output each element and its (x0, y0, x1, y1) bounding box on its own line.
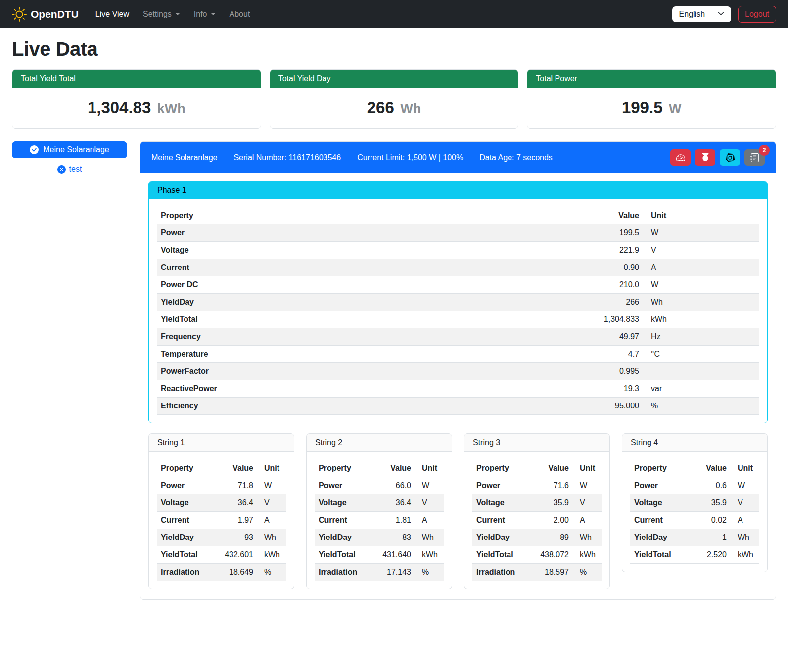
value-cell: 19.3 (584, 380, 643, 398)
unit-cell: % (415, 564, 444, 581)
card-title: Total Power (527, 70, 776, 88)
language-select[interactable]: English (672, 6, 731, 22)
string-4-table: Property Value Unit Power0.6WVoltage35.9… (630, 460, 759, 564)
inverter-card-body: Phase 1 Property Value Unit Power199.5WV… (140, 173, 776, 599)
table-row: Voltage36.4V (315, 494, 444, 512)
value-cell: 17.143 (372, 564, 415, 581)
nav-item-settings-label: Settings (143, 10, 172, 19)
unit-cell: V (257, 494, 286, 512)
unit-cell: kWh (731, 546, 759, 564)
value-cell: 199.5 (584, 224, 643, 242)
string-1-title: String 1 (149, 434, 294, 452)
table-row: Current1.81A (315, 512, 444, 529)
property-cell: Power (630, 477, 688, 494)
x-circle-icon (57, 165, 66, 174)
value-cell: 1.97 (215, 512, 257, 529)
value-cell: 95.000 (584, 398, 643, 415)
table-row: YieldDay93Wh (157, 529, 286, 546)
card-unit: W (669, 101, 681, 116)
navbar: OpenDTU Live View Settings Info About En… (0, 0, 788, 28)
value-cell: 93 (215, 529, 257, 546)
unit-cell: V (731, 494, 759, 512)
string-4-body: Property Value Unit Power0.6WVoltage35.9… (622, 452, 767, 572)
limit-settings-button[interactable] (670, 149, 691, 166)
table-row: ReactivePower19.3var (157, 380, 759, 398)
table-header-row: Property Value Unit (472, 460, 602, 477)
property-cell: Power (157, 477, 215, 494)
column-property: Property (157, 207, 584, 224)
table-header-row: Property Value Unit (157, 207, 759, 224)
unit-cell: kWh (573, 546, 602, 564)
unit-cell: % (257, 564, 286, 581)
unit-cell: W (257, 477, 286, 494)
logout-button[interactable]: Logout (738, 6, 776, 23)
unit-cell: % (573, 564, 602, 581)
property-cell: Current (315, 512, 372, 529)
property-cell: PowerFactor (157, 363, 584, 380)
property-cell: Power DC (157, 276, 584, 294)
unit-cell: W (643, 224, 759, 242)
card-value: 1,304.83 (88, 98, 151, 117)
brand[interactable]: OpenDTU (12, 7, 79, 22)
unit-cell: A (573, 512, 602, 529)
property-cell: Current (472, 512, 530, 529)
table-row: YieldDay1Wh (630, 529, 759, 546)
property-cell: YieldTotal (157, 311, 584, 328)
string-3-table: Property Value Unit Power71.6WVoltage35.… (472, 460, 602, 581)
value-cell: 36.4 (372, 494, 415, 512)
property-cell: YieldDay (630, 529, 688, 546)
table-row: YieldTotal432.601kWh (157, 546, 286, 564)
chevron-down-icon (718, 10, 724, 19)
unit-cell: A (731, 512, 759, 529)
property-cell: Irradiation (315, 564, 372, 581)
value-cell: 0.90 (584, 259, 643, 276)
property-cell: Temperature (157, 346, 584, 363)
unit-cell: Wh (257, 529, 286, 546)
property-cell: Voltage (630, 494, 688, 512)
value-cell: 0.6 (688, 477, 731, 494)
total-yield-total-card: Total Yield Total 1,304.83 kWh (12, 69, 261, 129)
table-row: Power DC210.0W (157, 276, 759, 294)
power-button[interactable] (695, 149, 715, 166)
column-unit: Unit (415, 460, 444, 477)
nav-links: Live View Settings Info About (89, 6, 257, 23)
table-row: YieldDay89Wh (472, 529, 602, 546)
value-cell: 2.00 (530, 512, 573, 529)
nav-item-live-view[interactable]: Live View (89, 6, 136, 23)
string-3-card: String 3 Property Value Unit (464, 433, 610, 589)
card-unit: Wh (400, 101, 421, 116)
property-cell: YieldTotal (157, 546, 215, 564)
nav-item-info[interactable]: Info (187, 6, 223, 23)
unit-cell: Wh (573, 529, 602, 546)
table-row: YieldTotal431.640kWh (315, 546, 444, 564)
inverter-card-header: Meine Solaranlage Serial Number: 1161716… (140, 142, 776, 173)
device-info-button[interactable] (720, 149, 740, 166)
column-value: Value (215, 460, 257, 477)
value-cell: 1,304.833 (584, 311, 643, 328)
nav-item-settings[interactable]: Settings (136, 6, 187, 23)
main-content: Live Data Total Yield Total 1,304.83 kWh… (0, 38, 788, 612)
nav-item-about[interactable]: About (223, 6, 257, 23)
table-row: Current0.90A (157, 259, 759, 276)
unit-cell: °C (643, 346, 759, 363)
column-value: Value (688, 460, 731, 477)
event-log-button[interactable]: 2 (744, 149, 765, 166)
table-row: Power66.0W (315, 477, 444, 494)
language-value: English (679, 10, 705, 19)
inverter-serial: Serial Number: 116171603546 (233, 153, 341, 162)
inverter-data-age: Data Age: 7 seconds (479, 153, 553, 162)
inverter-link-test[interactable]: test (12, 165, 127, 174)
string-2-table: Property Value Unit Power66.0WVoltage36.… (315, 460, 444, 581)
inverter-row: Meine Solaranlage test Meine Solaranlage… (12, 141, 776, 600)
property-cell: Irradiation (472, 564, 530, 581)
inverter-select-button[interactable]: Meine Solaranlage (12, 141, 127, 158)
value-cell: 83 (372, 529, 415, 546)
power-icon (701, 153, 710, 162)
strings-row: String 1 Property Value Unit (148, 433, 768, 589)
phase-1-body: Property Value Unit Power199.5WVoltage22… (149, 199, 767, 423)
value-cell: 266 (584, 294, 643, 311)
value-cell: 18.649 (215, 564, 257, 581)
column-property: Property (157, 460, 215, 477)
string-2-title: String 2 (307, 434, 452, 452)
column-value: Value (372, 460, 415, 477)
